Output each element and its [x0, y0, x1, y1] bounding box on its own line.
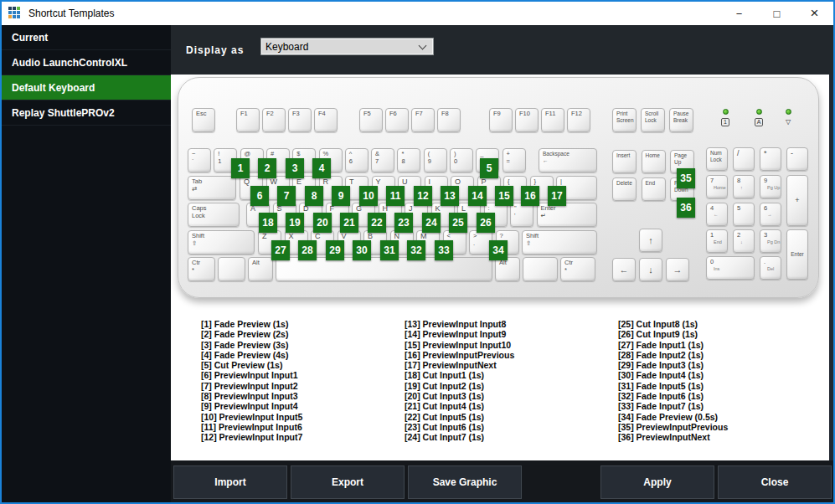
save-graphic-button[interactable]: Save Graphic [408, 465, 522, 499]
footer-left-buttons: ImportExportSave Graphic [173, 465, 522, 499]
shortcut-key-badge: 27 [271, 240, 290, 260]
import-button[interactable]: Import [173, 465, 287, 499]
keyboard-key: 6→ [760, 203, 781, 226]
shortcut-entry: [35] PreviewInputPrevious [618, 422, 728, 432]
shortcut-key-badge: 11 [386, 186, 405, 206]
shortcut-entry: [28] Fade Input2 (1s) [618, 350, 728, 360]
shortcut-entry: [32] Fade Input6 (1s) [618, 391, 728, 401]
close-window-button[interactable]: × [796, 2, 833, 25]
window-controls: − □ × [720, 2, 833, 25]
app-logo-tile [13, 7, 16, 10]
shortcut-entry: [22] Cut Input5 (1s) [405, 412, 514, 422]
shortcut-templates-window: Shortcut Templates − □ × CurrentAudio La… [0, 0, 835, 504]
shortcut-key-badge: 13 [441, 186, 459, 206]
keyboard-key: Home [642, 150, 666, 173]
keyboard-key: 4← [706, 203, 728, 226]
shortcut-entry: [8] PreviewInput Input3 [201, 391, 302, 401]
keyboard-key: ^6 [345, 148, 369, 172]
shortcut-entry: [34] Fade Preview (0.5s) [618, 412, 728, 422]
shortcut-key-badge: 36 [677, 198, 695, 218]
shortcut-key-badge: 14 [468, 186, 487, 206]
keyboard-key: 3Pg Dn [760, 229, 781, 253]
keyboard-key: PauseBreak [669, 108, 693, 132]
app-logo-tile [17, 7, 20, 10]
keyboard-key: End [642, 177, 666, 201]
shortcut-key-badge: 31 [380, 240, 399, 260]
shortcut-entry: [23] Cut Input6 (1s) [405, 422, 514, 432]
sidebar-item[interactable]: Replay ShuttlePROv2 [2, 100, 171, 126]
display-as-dropdown[interactable]: Keyboard [260, 38, 434, 55]
keyboard-key: Delete [612, 177, 637, 201]
shortcut-key-badge: 8 [305, 186, 323, 206]
sidebar-item[interactable]: Audio LaunchControlXL [2, 50, 171, 75]
sidebar-item[interactable]: Current [2, 25, 171, 50]
footer-bar: ImportExportSave Graphic ApplyClose [171, 460, 833, 502]
keyboard-key: F4 [314, 108, 338, 132]
keyboard-key: Enter↵ [537, 203, 597, 227]
keyboard-key: / [733, 147, 755, 171]
keyboard-key: ~` [188, 148, 211, 172]
shortcut-key-badge: 34 [489, 240, 508, 260]
keyboard-key [218, 257, 245, 281]
keyboard-key: ScrollLock [641, 108, 665, 132]
shortcut-key-badge: 25 [449, 213, 467, 233]
keyboard-key: F7 [411, 108, 435, 132]
shortcut-entry: [13] PreviewInput Input8 [405, 319, 514, 329]
export-button[interactable]: Export [291, 465, 405, 499]
keyboard-key: Ctr* [560, 257, 595, 281]
shortcut-entry: [20] Cut Input3 (1s) [405, 391, 514, 401]
keyboard-key: 7Home [706, 175, 728, 198]
keyboard-key: Shift⇧ [188, 230, 255, 255]
shortcut-entry: [12] PreviewInput Input7 [201, 432, 302, 442]
window-title: Shortcut Templates [28, 8, 115, 19]
keyboard-key: → [666, 258, 689, 281]
shortcut-entry: [16] PreviewInputPrevious [405, 350, 514, 360]
shortcut-key-badge: 29 [326, 240, 344, 260]
shortcut-entry: [21] Cut Input4 (1s) [405, 401, 514, 411]
keyboard-key: Ctr* [188, 257, 215, 281]
app-logo-tile [13, 11, 16, 14]
chevron-down-icon [419, 42, 427, 50]
shortcut-key-badge: 7 [277, 186, 296, 206]
shortcut-entry: [15] PreviewInput Input10 [405, 340, 514, 350]
shortcut-entry: [11] PreviewInput Input6 [201, 422, 302, 432]
keyboard-key: 8↑ [733, 175, 755, 198]
close-button[interactable]: Close [718, 465, 832, 499]
shortcut-key-badge: 4 [312, 158, 331, 178]
scroll-lock-icon: ▽ [780, 118, 796, 126]
shortcut-entry: [9] PreviewInput Input4 [201, 401, 302, 411]
keyboard-key: F9 [489, 108, 513, 132]
shortcut-entry: [19] Cut Input2 (1s) [405, 381, 514, 391]
shortcut-key-badge: 21 [340, 213, 358, 233]
shortcut-key-badge: 10 [359, 186, 378, 206]
shortcut-key-badge: 23 [394, 213, 413, 233]
shortcut-key-badge: 15 [495, 186, 513, 206]
minimize-button[interactable]: − [720, 2, 758, 25]
shortcut-key-badge: 26 [477, 213, 495, 233]
shortcut-entry: [2] Fade Preview (2s) [201, 329, 302, 339]
keyboard-key: *8 [397, 148, 420, 172]
sidebar-item[interactable]: Default Keyboard [2, 75, 171, 100]
shortcut-key-badge: 2 [258, 158, 276, 178]
shortcut-entry: [26] Cut Input9 (1s) [618, 329, 728, 339]
shortcut-entry: [30] Fade Input4 (1s) [618, 370, 728, 380]
apply-button[interactable]: Apply [600, 465, 714, 499]
keyboard-key: Alt [248, 257, 273, 281]
app-logo-icon [8, 7, 22, 20]
shortcut-key-badge: 3 [286, 158, 304, 178]
num-lock-icon: 1 [717, 118, 734, 126]
keyboard-key: Enter [786, 229, 808, 280]
keyboard-key: F11 [541, 108, 564, 132]
shortcut-entry: [6] PreviewInput Input1 [201, 370, 302, 380]
led-indicator [723, 109, 729, 115]
keyboard-key: ← [612, 258, 636, 281]
shortcut-key-badge: 20 [313, 213, 332, 233]
maximize-button[interactable]: □ [758, 2, 796, 25]
shortcut-key-badge: 12 [414, 186, 432, 206]
keyboard-key: Alt [495, 257, 520, 281]
keyboard-key: += [503, 148, 526, 172]
keyboard-key: * [760, 147, 781, 171]
shortcut-entry: [5] Cut Preview (1s) [201, 360, 302, 370]
keyboard-key: - [786, 147, 808, 171]
keyboard-key: F5 [359, 108, 383, 132]
